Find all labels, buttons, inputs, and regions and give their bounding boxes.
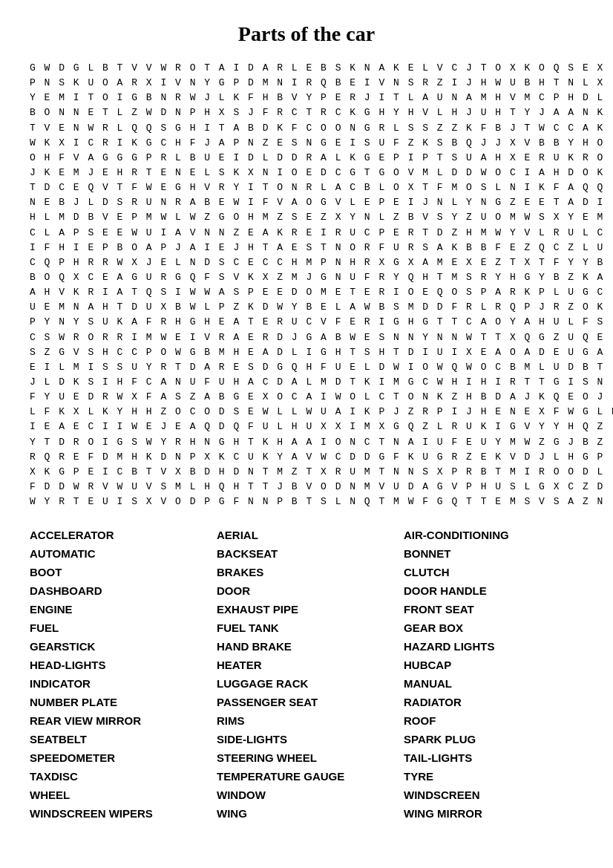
- word-item: SPEEDOMETER: [30, 750, 209, 766]
- grid-row: I F H I E P B O A P J A I E J H T A E S …: [30, 241, 583, 255]
- grid-row: J K E M J E H R T E N E L S K X N I O E …: [30, 166, 583, 180]
- word-item: HEAD-LIGHTS: [30, 657, 209, 673]
- grid-row: F Y U E D R W X F A S Z A B G E X O C A …: [30, 390, 583, 405]
- word-item: WINDSCREEN: [404, 787, 583, 803]
- grid-row: Y E M I T O I G B N R W J L K F H B V Y …: [30, 91, 583, 105]
- grid-row: G W D G L B T V V W R O T A I D A R L E …: [30, 61, 583, 76]
- word-search-grid: G W D G L B T V V W R O T A I D A R L E …: [30, 61, 583, 509]
- word-item: NUMBER PLATE: [30, 694, 209, 710]
- grid-row: Y T D R O I G S W Y R H N G H T K H A A …: [30, 435, 583, 450]
- word-item: MANUAL: [404, 676, 583, 691]
- word-item: REAR VIEW MIRROR: [30, 713, 209, 728]
- word-item: DOOR HANDLE: [404, 583, 583, 598]
- grid-row: C S W R O R R I M W E I V R A E R D J G …: [30, 330, 583, 345]
- word-item: ACCELERATOR: [30, 527, 209, 543]
- word-list: ACCELERATORAERIALAIR-CONDITIONINGAUTOMAT…: [30, 527, 583, 821]
- word-item: HAND BRAKE: [217, 639, 396, 654]
- word-item: CLUTCH: [404, 564, 583, 580]
- word-item: GEARSTICK: [30, 639, 209, 654]
- word-item: FRONT SEAT: [404, 601, 583, 617]
- word-item: AERIAL: [217, 527, 396, 543]
- word-item: STEERING WHEEL: [217, 750, 396, 766]
- word-item: RIMS: [217, 713, 396, 728]
- grid-row: C L A P S E E W U I A V N N Z E A K R E …: [30, 226, 583, 241]
- word-item: TEMPERATURE GAUGE: [217, 769, 396, 784]
- word-item: FUEL: [30, 620, 209, 636]
- word-item: HAZARD LIGHTS: [404, 639, 583, 654]
- grid-row: R Q R E F D M H K D N P X K C U K Y A V …: [30, 450, 583, 465]
- grid-row: F D D W R V W U V S M L H Q H T T J B V …: [30, 480, 583, 495]
- word-item: BACKSEAT: [217, 546, 396, 561]
- word-item: EXHAUST PIPE: [217, 601, 396, 617]
- word-item: AIR-CONDITIONING: [404, 527, 583, 543]
- grid-row: W K X I C R I K G C H F J A P N Z E S N …: [30, 136, 583, 151]
- grid-row: I E A E C I I W E J E A Q D Q F U L H U …: [30, 420, 583, 434]
- word-item: AUTOMATIC: [30, 546, 209, 561]
- grid-row: U E M N A H T D U X B W L P Z K D W Y B …: [30, 300, 583, 315]
- word-item: INDICATOR: [30, 676, 209, 691]
- word-item: TYRE: [404, 769, 583, 784]
- grid-row: T D C E Q V T F W E G H V R Y I T O N R …: [30, 180, 583, 195]
- word-item: BONNET: [404, 546, 583, 561]
- grid-row: X K G P E I C B T V X B D H D N T M Z T …: [30, 465, 583, 480]
- grid-row: W Y R T E U I S X V O D P G F N N P B T …: [30, 495, 583, 509]
- grid-row: B O N N E T L Z W D N P H X S J F R C T …: [30, 105, 583, 120]
- word-item: HEATER: [217, 657, 396, 673]
- word-item: TAXDISC: [30, 769, 209, 784]
- word-item: BRAKES: [217, 564, 396, 580]
- word-item: WING: [217, 806, 396, 821]
- word-item: SPARK PLUG: [404, 731, 583, 747]
- word-item: BOOT: [30, 564, 209, 580]
- grid-row: N E B J L D S R U N R A B E W I F V A O …: [30, 195, 583, 210]
- grid-row: O H F V A G G G P R L B U E I D L D D R …: [30, 151, 583, 166]
- grid-row: P N S K U O A R X I V N Y G P D M N I R …: [30, 76, 583, 91]
- word-item: HUBCAP: [404, 657, 583, 673]
- word-item: WHEEL: [30, 787, 209, 803]
- grid-row: L F K X L K Y H H Z O C O D S E W L L W …: [30, 405, 583, 420]
- grid-row: J L D K S I H F C A N U F U H A C D A L …: [30, 375, 583, 390]
- page-title: Parts of the car: [30, 22, 583, 46]
- word-item: ROOF: [404, 713, 583, 728]
- grid-row: T V E N W R L Q Q S G H I T A B D K F C …: [30, 121, 583, 136]
- grid-row: H L M D B V E P M W L W Z G O H M Z S E …: [30, 210, 583, 225]
- word-item: WINDOW: [217, 787, 396, 803]
- word-item: GEAR BOX: [404, 620, 583, 636]
- grid-row: S Z G V S H C C P O W G B M H E A D L I …: [30, 345, 583, 360]
- grid-row: B O Q X C E A G U R G Q F S V K X Z M J …: [30, 270, 583, 285]
- word-item: DASHBOARD: [30, 583, 209, 598]
- word-item: ENGINE: [30, 601, 209, 617]
- word-item: DOOR: [217, 583, 396, 598]
- grid-row: E I L M I S S U Y R T D A R E S D G Q H …: [30, 360, 583, 375]
- word-item: TAIL-LIGHTS: [404, 750, 583, 766]
- word-item: FUEL TANK: [217, 620, 396, 636]
- word-item: SIDE-LIGHTS: [217, 731, 396, 747]
- grid-row: P Y N Y S U K A F R H G H E A T E R U C …: [30, 315, 583, 330]
- word-item: WING MIRROR: [404, 806, 583, 821]
- grid-row: C Q P H R R W X J E L N D S C E C C H M …: [30, 255, 583, 270]
- word-item: RADIATOR: [404, 694, 583, 710]
- word-item: WINDSCREEN WIPERS: [30, 806, 209, 821]
- word-item: PASSENGER SEAT: [217, 694, 396, 710]
- grid-row: A H V K R I A T Q S I W W A S P E E D O …: [30, 285, 583, 300]
- word-item: SEATBELT: [30, 731, 209, 747]
- word-item: LUGGAGE RACK: [217, 676, 396, 691]
